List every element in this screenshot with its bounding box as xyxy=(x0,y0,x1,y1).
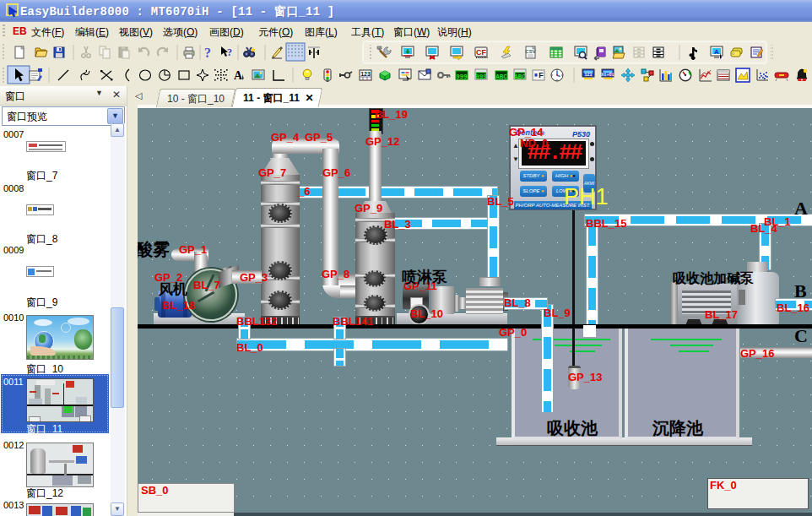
svg-text:hi+Oi: hi+Oi xyxy=(601,73,614,78)
svg-text:999: 999 xyxy=(475,73,487,80)
svg-text:ABC: ABC xyxy=(514,73,526,80)
svg-text:CSV: CSV xyxy=(525,49,535,54)
svg-text:123: 123 xyxy=(584,73,592,78)
svg-text:?: ? xyxy=(227,46,232,58)
svg-text:999: 999 xyxy=(456,73,468,80)
svg-text:F: F xyxy=(539,71,544,79)
svg-text:ABC: ABC xyxy=(495,73,507,80)
svg-text:123: 123 xyxy=(360,71,371,77)
svg-text:CF: CF xyxy=(476,48,486,57)
svg-text:A: A xyxy=(234,69,243,82)
svg-text:A: A xyxy=(714,48,719,56)
svg-text:?: ? xyxy=(204,46,211,60)
